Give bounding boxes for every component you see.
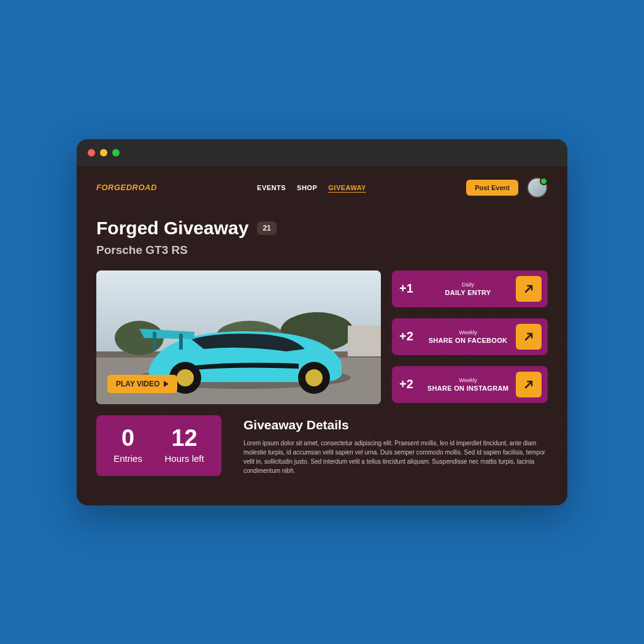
giveaway-subtitle: Porsche GT3 RS <box>96 243 548 257</box>
action-points: +1 <box>399 282 420 296</box>
action-share-instagram[interactable]: +2 Weekly SHARE ON INSTAGRAM <box>392 366 548 403</box>
window-titlebar <box>77 139 567 166</box>
play-video-label: PLAY VIDEO <box>116 380 159 388</box>
stats-card: 0 Entries 12 Hours left <box>96 415 221 476</box>
action-daily-entry[interactable]: +1 Daily DAILY ENTRY <box>392 270 548 307</box>
app-window: FORGEDROAD EVENTS SHOP GIVEAWAY Post Eve… <box>77 139 567 505</box>
entry-actions: +1 Daily DAILY ENTRY +2 Weekly SHARE ON … <box>392 270 548 404</box>
arrow-icon <box>516 324 542 350</box>
arrow-icon <box>516 276 542 302</box>
count-badge: 21 <box>257 221 276 235</box>
primary-nav: EVENTS SHOP GIVEAWAY <box>257 184 366 191</box>
svg-point-13 <box>305 369 323 386</box>
entries-value: 0 <box>113 426 142 450</box>
play-video-button[interactable]: PLAY VIDEO <box>107 375 177 393</box>
entries-label: Entries <box>113 453 142 464</box>
page-title: Forged Giveaway <box>96 218 248 239</box>
svg-rect-6 <box>348 326 381 356</box>
post-event-button[interactable]: Post Event <box>466 180 518 196</box>
action-frequency: Weekly <box>424 329 512 335</box>
topbar-right: Post Event <box>466 177 548 198</box>
details-title: Giveaway Details <box>243 418 548 432</box>
window-maximize-icon[interactable] <box>112 149 120 156</box>
action-frequency: Weekly <box>424 377 512 383</box>
action-frequency: Daily <box>424 282 512 288</box>
nav-events[interactable]: EVENTS <box>257 184 286 191</box>
brand-logo[interactable]: FORGEDROAD <box>96 183 157 192</box>
action-share-facebook[interactable]: +2 Weekly SHARE ON FACEBOOK <box>392 318 548 355</box>
action-label: SHARE ON INSTAGRAM <box>424 385 512 392</box>
details-body: Lorem ipsum dolor sit amet, consectetur … <box>243 439 548 475</box>
action-label: DAILY ENTRY <box>424 289 512 296</box>
arrow-icon <box>516 372 542 397</box>
nav-giveaway[interactable]: GIVEAWAY <box>328 184 366 191</box>
hours-value: 12 <box>165 426 204 450</box>
action-points: +2 <box>399 329 420 343</box>
svg-rect-9 <box>179 334 183 350</box>
window-minimize-icon[interactable] <box>100 149 107 156</box>
details-section: Giveaway Details Lorem ipsum dolor sit a… <box>243 415 548 476</box>
content: Forged Giveaway 21 Porsche GT3 RS <box>77 204 567 505</box>
action-points: +2 <box>399 377 420 391</box>
window-close-icon[interactable] <box>88 149 95 156</box>
hours-label: Hours left <box>165 453 204 464</box>
svg-point-11 <box>177 369 194 386</box>
svg-rect-8 <box>153 332 156 350</box>
topbar: FORGEDROAD EVENTS SHOP GIVEAWAY Post Eve… <box>77 166 567 204</box>
nav-shop[interactable]: SHOP <box>297 184 317 191</box>
play-icon <box>164 381 169 387</box>
hero-image: PLAY VIDEO <box>96 270 381 404</box>
action-label: SHARE ON FACEBOOK <box>424 337 512 344</box>
user-avatar[interactable] <box>527 177 548 198</box>
